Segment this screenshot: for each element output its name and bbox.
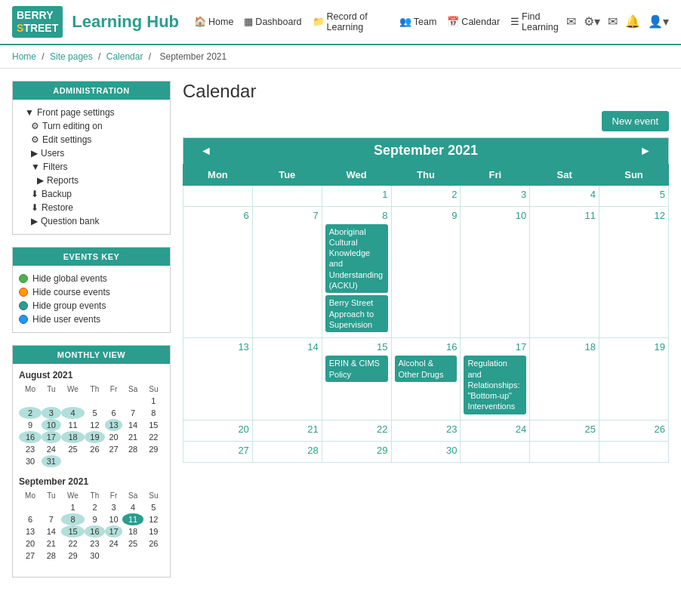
calendar-icon: 📅 (447, 16, 459, 27)
admin-backup[interactable]: ⬇ Backup (19, 187, 164, 201)
cal-cell-5-7[interactable] (599, 441, 669, 462)
cal-cell-3-7[interactable]: 19 (599, 338, 669, 420)
cal-cell-1-7[interactable]: 5 (599, 185, 669, 206)
admin-users[interactable]: ▶ Users (19, 146, 164, 160)
cal-date-number: 10 (464, 210, 526, 221)
cal-date-number: 11 (533, 210, 596, 221)
next-month-button[interactable]: ► (623, 138, 668, 164)
cal-cell-1-3[interactable]: 1 (322, 185, 391, 206)
dashboard-icon: ▦ (244, 16, 253, 27)
group-dot (19, 301, 28, 310)
admin-question-bank[interactable]: ▶ Question bank (19, 214, 164, 228)
nav-find-learning[interactable]: ☰Find Learning (510, 11, 566, 32)
cal-date-number: 8 (325, 210, 388, 221)
calendar-week-5: 27282930 (183, 441, 669, 462)
cal-cell-2-2[interactable]: 7 (252, 206, 322, 338)
cal-cell-4-7[interactable]: 26 (599, 420, 669, 441)
bell-icon[interactable]: 🔔 (625, 14, 640, 29)
new-event-button[interactable]: New event (602, 111, 669, 131)
nav-home[interactable]: 🏠Home (194, 16, 233, 27)
settings-icon[interactable]: ⚙▾ (584, 14, 600, 29)
breadcrumb-site-pages[interactable]: Site pages (50, 51, 93, 62)
cal-cell-3-6[interactable]: 18 (530, 338, 599, 420)
calendar-nav-row: ◄ September 2021 ► (183, 137, 669, 164)
events-user[interactable]: Hide user events (19, 313, 164, 326)
cal-date-number: 5 (602, 189, 665, 200)
cal-date-number: 28 (256, 445, 319, 456)
cal-event-2-3-1[interactable]: Aboriginal Cultural Knowledge and Unders… (325, 224, 388, 294)
dow-sun: Sun (599, 164, 669, 185)
nav-team[interactable]: 👥Team (399, 16, 437, 27)
events-group[interactable]: Hide group events (19, 299, 164, 313)
events-course[interactable]: Hide course events (19, 285, 164, 299)
cal-cell-5-4[interactable]: 30 (391, 441, 461, 462)
admin-reports[interactable]: ▶ Reports (19, 174, 164, 187)
cal-cell-4-5[interactable]: 24 (461, 420, 530, 441)
cal-cell-2-5[interactable]: 10 (461, 206, 530, 338)
cal-date-number: 17 (464, 341, 526, 353)
cal-event-3-3-1[interactable]: ERIN & CIMS Policy (325, 356, 388, 382)
user-dot (19, 315, 28, 324)
nav-dashboard[interactable]: ▦Dashboard (244, 16, 301, 27)
nav-record[interactable]: 📁Record of Learning (313, 11, 389, 32)
user-avatar[interactable]: 👤▾ (648, 14, 669, 29)
cal-event-2-3-2[interactable]: Berry Street Approach to Supervision (325, 295, 388, 332)
cal-cell-3-3[interactable]: 15ERIN & CIMS Policy (322, 338, 391, 420)
cal-date-number: 2 (395, 189, 458, 200)
cal-cell-5-6[interactable] (530, 441, 599, 462)
logo[interactable]: BERRY STREET Learning Hub (12, 6, 179, 38)
dow-sat: Sat (530, 164, 599, 185)
cal-cell-3-2[interactable]: 14 (252, 338, 322, 420)
breadcrumb-current: September 2021 (159, 51, 226, 62)
events-global[interactable]: Hide global events (19, 272, 164, 285)
cal-cell-1-6[interactable]: 4 (530, 185, 599, 206)
dow-fri: Fri (461, 164, 530, 185)
cal-cell-2-7[interactable]: 12 (599, 206, 669, 338)
message-icon[interactable]: ✉ (608, 14, 618, 29)
cal-cell-4-4[interactable]: 23 (391, 420, 461, 441)
cal-cell-4-6[interactable]: 25 (530, 420, 599, 441)
dow-header-row: Mon Tue Wed Thu Fri Sat Sun (183, 164, 669, 185)
cal-date-number: 9 (395, 210, 458, 221)
cal-event-3-5-1[interactable]: Regulation and Relationships: "Bottom-up… (464, 356, 526, 414)
cal-cell-3-5[interactable]: 17Regulation and Relationships: "Bottom-… (461, 338, 530, 420)
cal-event-3-4-1[interactable]: Alcohol & Other Drugs (395, 356, 458, 382)
cal-cell-5-5[interactable] (461, 441, 530, 462)
calendar-week-2: 678Aboriginal Cultural Knowledge and Und… (183, 206, 669, 338)
cal-cell-1-1[interactable] (183, 185, 253, 206)
breadcrumb-home[interactable]: Home (12, 51, 36, 62)
admin-restore[interactable]: ⬇ Restore (19, 201, 164, 214)
cal-cell-2-3[interactable]: 8Aboriginal Cultural Knowledge and Under… (322, 206, 391, 338)
prev-month-button[interactable]: ◄ (183, 138, 229, 164)
cal-date-number: 7 (256, 210, 319, 221)
cal-cell-1-5[interactable]: 3 (461, 185, 530, 206)
admin-edit-settings[interactable]: ⚙ Edit settings (19, 133, 164, 146)
breadcrumb: Home / Site pages / Calendar / September… (0, 45, 681, 69)
cal-cell-3-4[interactable]: 16Alcohol & Other Drugs (391, 338, 461, 420)
aug-title: August 2021 (19, 370, 164, 380)
cal-cell-5-3[interactable]: 29 (322, 441, 391, 462)
breadcrumb-calendar[interactable]: Calendar (106, 51, 143, 62)
cal-cell-5-2[interactable]: 28 (252, 441, 322, 462)
cal-date-number: 13 (186, 341, 249, 353)
events-user-label: Hide user events (32, 314, 100, 325)
nav-calendar[interactable]: 📅Calendar (447, 16, 500, 27)
cal-cell-2-4[interactable]: 9 (391, 206, 461, 338)
cal-cell-1-4[interactable]: 2 (391, 185, 461, 206)
admin-front-page[interactable]: ▼ Front page settings (19, 106, 164, 119)
cal-date-number: 20 (186, 424, 249, 435)
cal-cell-5-1[interactable]: 27 (183, 441, 253, 462)
cal-cell-3-1[interactable]: 13 (183, 338, 253, 420)
admin-filters[interactable]: ▼ Filters (19, 160, 164, 174)
mail-icon[interactable]: ✉ (566, 14, 576, 29)
cal-cell-2-1[interactable]: 6 (183, 206, 253, 338)
cal-cell-2-6[interactable]: 11 (530, 206, 599, 338)
cal-cell-4-3[interactable]: 22 (322, 420, 391, 441)
cal-cell-1-2[interactable] (252, 185, 322, 206)
cal-cell-4-2[interactable]: 21 (252, 420, 322, 441)
cal-cell-4-1[interactable]: 20 (183, 420, 253, 441)
cal-date-number: 25 (533, 424, 596, 435)
main-layout: ADMINISTRATION ▼ Front page settings ⚙ T… (0, 69, 681, 602)
admin-turn-editing[interactable]: ⚙ Turn editing on (19, 119, 164, 133)
calendar-table: ◄ September 2021 ► Mon Tue Wed Thu Fri S… (183, 137, 669, 463)
